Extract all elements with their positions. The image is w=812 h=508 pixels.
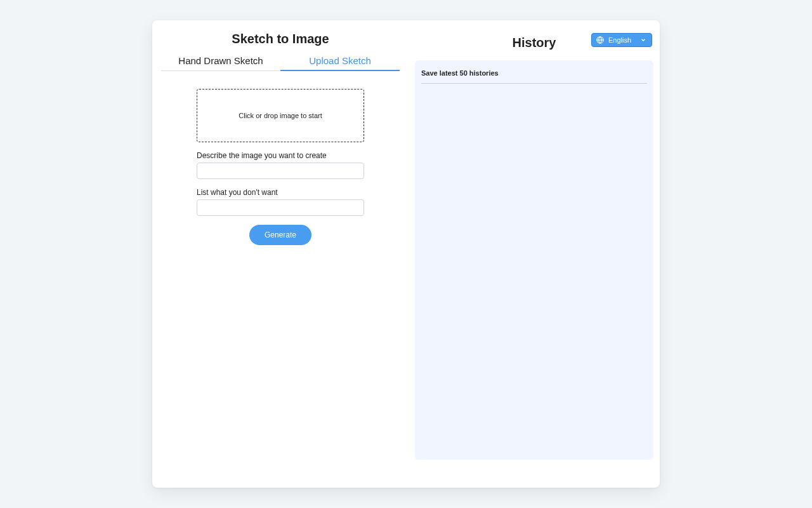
describe-input[interactable]: [197, 163, 364, 179]
describe-label: Describe the image you want to create: [197, 151, 364, 160]
generate-button[interactable]: Generate: [249, 225, 311, 245]
history-panel: Save latest 50 histories: [415, 60, 653, 460]
negative-label: List what you don't want: [197, 188, 364, 197]
left-pane: Sketch to Image Hand Drawn Sketch Upload…: [152, 20, 409, 488]
page-title-left: Sketch to Image: [232, 32, 329, 46]
right-pane: English History Save latest 50 histories: [409, 20, 660, 488]
app-card: Sketch to Image Hand Drawn Sketch Upload…: [152, 20, 660, 488]
page-title-right: History: [513, 36, 556, 50]
upload-dropzone[interactable]: Click or drop image to start: [197, 89, 364, 142]
dropzone-text: Click or drop image to start: [239, 112, 322, 119]
tabs: Hand Drawn Sketch Upload Sketch: [161, 53, 400, 71]
negative-input[interactable]: [197, 199, 364, 216]
globe-icon: [596, 36, 605, 44]
tab-hand-drawn-sketch[interactable]: Hand Drawn Sketch: [161, 53, 280, 71]
chevron-down-icon: [640, 37, 646, 43]
language-label: English: [608, 36, 631, 44]
language-selector[interactable]: English: [591, 33, 652, 47]
history-note: Save latest 50 histories: [421, 69, 647, 84]
form-area: Click or drop image to start Describe th…: [197, 89, 364, 245]
tab-upload-sketch[interactable]: Upload Sketch: [280, 53, 400, 71]
